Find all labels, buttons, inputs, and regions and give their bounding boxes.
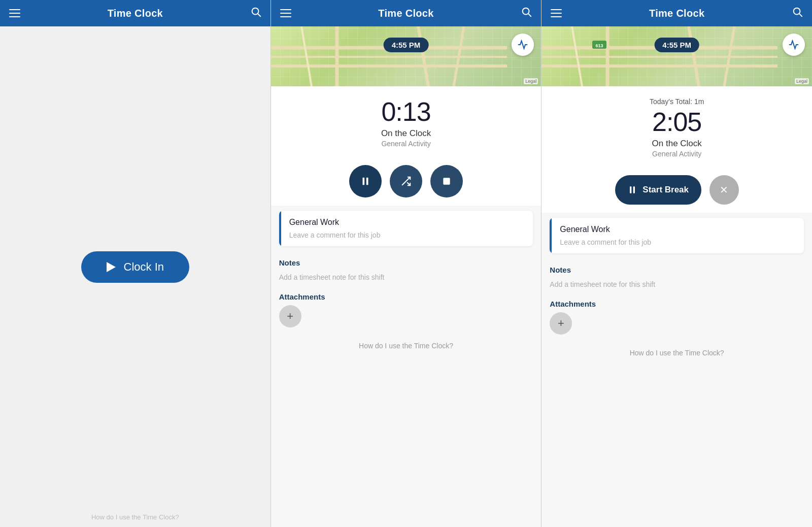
hamburger-icon[interactable] [9,9,20,17]
header-title-3: Time Clock [649,8,704,19]
notes-section-2: Notes Add a timesheet note for this shif… [271,251,542,287]
notes-section-3: Notes Add a timesheet note for this shif… [542,258,812,294]
search-icon-2[interactable] [521,6,532,20]
map-legal-3: Legal [795,78,809,84]
content-2: 0:13 On the Clock General Activity [271,86,542,527]
attachments-title-3: Attachments [550,300,804,308]
job-comment-3: Leave a comment for this job [560,238,796,246]
header-title-1: Time Clock [108,8,163,19]
play-icon [107,262,116,272]
map-area-3: 613 4:55 PM Legal [542,26,812,86]
todays-total-3: Today's Total: 1m [552,97,802,106]
on-the-clock-3: On the Clock [552,139,802,149]
map-roads-3: 613 [542,26,812,86]
search-icon-1[interactable] [250,6,261,20]
footer-link-3[interactable]: How do I use the Time Clock? [542,340,812,369]
svg-line-19 [799,14,802,16]
header-title-2: Time Clock [378,8,433,19]
start-break-label: Start Break [642,185,689,195]
notes-title-2: Notes [279,258,533,267]
svg-text:613: 613 [596,43,603,48]
panel-3: Time Clock 613 4:55 PM Legal [542,0,812,527]
search-icon-3[interactable] [792,6,803,20]
svg-rect-13 [363,178,365,185]
job-name-2: General Work [289,218,525,227]
controls-2 [271,157,542,206]
map-roads-2: 613 [271,26,542,86]
on-the-clock-2: On the Clock [281,128,531,139]
map-stats-button-3[interactable] [783,34,805,56]
add-attachment-button-3[interactable]: + [550,312,572,335]
svg-rect-17 [443,178,450,185]
panel-1: Time Clock Clock In How do I use the Tim… [0,0,271,527]
content-3: Today's Total: 1m 2:05 On the Clock Gene… [542,86,812,527]
map-time-badge-2: 4:55 PM [384,38,429,52]
timer-section-3: Today's Total: 1m 2:05 On the Clock Gene… [542,86,812,167]
notes-placeholder-3: Add a timesheet note for this shift [550,277,804,291]
job-name-3: General Work [560,225,796,234]
footer-1: How do I use the Time Clock? [0,507,270,527]
notes-placeholder-2: Add a timesheet note for this shift [279,270,533,284]
general-activity-2: General Activity [281,140,531,148]
header-2: Time Clock [271,0,542,26]
svg-line-1 [258,14,260,16]
close-icon: ✕ [720,184,728,196]
start-break-button[interactable]: Start Break [615,175,701,205]
timer-display-2: 0:13 [281,97,531,126]
header-1: Time Clock [0,0,270,26]
hamburger-icon-2[interactable] [280,9,291,17]
notes-title-3: Notes [550,266,804,274]
footer-link-2[interactable]: How do I use the Time Clock? [271,333,542,362]
general-activity-3: General Activity [552,150,802,158]
attachments-section-2: Attachments + [271,287,542,333]
add-attachment-button-2[interactable]: + [279,305,301,327]
map-time-badge-3: 4:55 PM [654,38,699,52]
job-card-2[interactable]: General Work Leave a comment for this jo… [279,211,533,246]
job-card-3[interactable]: General Work Leave a comment for this jo… [550,218,804,253]
timer-section-2: 0:13 On the Clock General Activity [271,86,542,157]
svg-line-3 [528,14,531,16]
svg-rect-30 [633,187,635,193]
svg-rect-14 [366,178,368,185]
svg-rect-29 [630,187,631,193]
attachments-title-2: Attachments [279,292,533,301]
job-comment-2: Leave a comment for this job [289,231,525,239]
clock-in-label: Clock In [124,260,164,274]
controls-3: Start Break ✕ [542,167,812,213]
swap-button-2[interactable] [390,165,422,197]
stop-button-2[interactable] [430,165,463,197]
attachments-section-3: Attachments + [542,294,812,340]
clock-in-button[interactable]: Clock In [81,251,189,283]
clock-in-area: Clock In [0,26,270,507]
timer-display-3: 2:05 [552,108,802,137]
close-button-3[interactable]: ✕ [709,175,739,205]
hamburger-icon-3[interactable] [551,9,562,17]
map-area-2: 613 4:55 PM Legal [271,26,542,86]
header-3: Time Clock [542,0,812,26]
map-legal-2: Legal [524,78,538,84]
pause-button-2[interactable] [349,165,382,197]
panel-2: Time Clock 613 4:55 PM Legal [271,0,542,527]
